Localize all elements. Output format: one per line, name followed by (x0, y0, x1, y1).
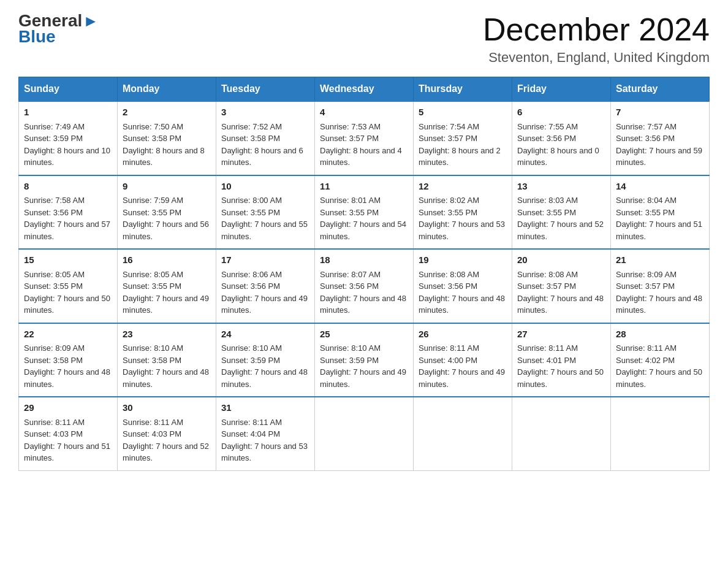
calendar-cell: 3Sunrise: 7:52 AMSunset: 3:58 PMDaylight… (216, 101, 315, 175)
day-info: Sunrise: 7:54 AMSunset: 3:57 PMDaylight:… (419, 122, 501, 167)
calendar-cell: 13Sunrise: 8:03 AMSunset: 3:55 PMDayligh… (512, 175, 611, 250)
weekday-header-tuesday: Tuesday (216, 77, 315, 102)
day-number: 12 (419, 180, 507, 194)
calendar-cell: 22Sunrise: 8:09 AMSunset: 3:58 PMDayligh… (19, 323, 118, 397)
day-number: 2 (123, 105, 211, 120)
weekday-header-thursday: Thursday (414, 77, 512, 102)
day-info: Sunrise: 7:55 AMSunset: 3:56 PMDaylight:… (517, 122, 599, 167)
day-number: 6 (517, 105, 605, 120)
day-number: 17 (221, 253, 309, 267)
day-info: Sunrise: 7:58 AMSunset: 3:56 PMDaylight:… (24, 196, 110, 241)
day-number: 10 (221, 180, 309, 194)
weekday-header-monday: Monday (118, 77, 216, 102)
day-info: Sunrise: 8:08 AMSunset: 3:56 PMDaylight:… (419, 270, 505, 315)
day-number: 14 (616, 180, 704, 194)
day-number: 29 (24, 401, 112, 415)
calendar-table: SundayMondayTuesdayWednesdayThursdayFrid… (18, 77, 710, 471)
day-number: 31 (221, 401, 309, 415)
day-number: 16 (123, 253, 211, 267)
calendar-cell: 4Sunrise: 7:53 AMSunset: 3:57 PMDaylight… (315, 101, 414, 175)
day-number: 9 (123, 180, 211, 194)
calendar-cell: 6Sunrise: 7:55 AMSunset: 3:56 PMDaylight… (512, 101, 611, 175)
day-number: 15 (24, 253, 112, 267)
location-subtitle: Steventon, England, United Kingdom (483, 50, 710, 66)
day-number: 1 (24, 105, 112, 120)
calendar-cell: 25Sunrise: 8:10 AMSunset: 3:59 PMDayligh… (315, 323, 414, 397)
calendar-cell: 31Sunrise: 8:11 AMSunset: 4:04 PMDayligh… (216, 397, 315, 470)
day-number: 19 (419, 253, 507, 267)
day-info: Sunrise: 8:04 AMSunset: 3:55 PMDaylight:… (616, 196, 702, 241)
calendar-week-row: 15Sunrise: 8:05 AMSunset: 3:55 PMDayligh… (19, 249, 710, 323)
calendar-week-row: 22Sunrise: 8:09 AMSunset: 3:58 PMDayligh… (19, 323, 710, 397)
day-info: Sunrise: 8:06 AMSunset: 3:56 PMDaylight:… (221, 270, 308, 315)
day-info: Sunrise: 8:11 AMSunset: 4:04 PMDaylight:… (221, 418, 308, 463)
calendar-cell: 18Sunrise: 8:07 AMSunset: 3:56 PMDayligh… (315, 249, 414, 323)
weekday-header-wednesday: Wednesday (315, 77, 414, 102)
calendar-cell: 11Sunrise: 8:01 AMSunset: 3:55 PMDayligh… (315, 175, 414, 250)
calendar-cell (315, 397, 414, 470)
calendar-cell: 7Sunrise: 7:57 AMSunset: 3:56 PMDaylight… (611, 101, 710, 175)
day-info: Sunrise: 8:11 AMSunset: 4:03 PMDaylight:… (24, 418, 110, 463)
calendar-cell: 14Sunrise: 8:04 AMSunset: 3:55 PMDayligh… (611, 175, 710, 250)
logo-blue-text: Blue (18, 27, 56, 46)
calendar-cell (414, 397, 512, 470)
weekday-header-friday: Friday (512, 77, 611, 102)
calendar-cell: 28Sunrise: 8:11 AMSunset: 4:02 PMDayligh… (611, 323, 710, 397)
day-info: Sunrise: 8:11 AMSunset: 4:03 PMDaylight:… (123, 418, 209, 463)
logo: General ► Blue (18, 12, 99, 47)
calendar-cell: 17Sunrise: 8:06 AMSunset: 3:56 PMDayligh… (216, 249, 315, 323)
day-number: 3 (221, 105, 309, 120)
month-year-title: December 2024 (483, 12, 710, 47)
day-info: Sunrise: 8:03 AMSunset: 3:55 PMDaylight:… (517, 196, 604, 241)
day-info: Sunrise: 8:08 AMSunset: 3:57 PMDaylight:… (517, 270, 604, 315)
calendar-cell: 10Sunrise: 8:00 AMSunset: 3:55 PMDayligh… (216, 175, 315, 250)
day-info: Sunrise: 8:10 AMSunset: 3:59 PMDaylight:… (320, 343, 406, 389)
calendar-cell: 29Sunrise: 8:11 AMSunset: 4:03 PMDayligh… (19, 397, 118, 470)
day-number: 23 (123, 327, 211, 342)
calendar-cell: 20Sunrise: 8:08 AMSunset: 3:57 PMDayligh… (512, 249, 611, 323)
calendar-cell (611, 397, 710, 470)
day-info: Sunrise: 8:10 AMSunset: 3:58 PMDaylight:… (123, 343, 209, 389)
day-info: Sunrise: 7:49 AMSunset: 3:59 PMDaylight:… (24, 122, 110, 167)
calendar-cell: 30Sunrise: 8:11 AMSunset: 4:03 PMDayligh… (118, 397, 216, 470)
day-number: 30 (123, 401, 211, 415)
day-info: Sunrise: 7:57 AMSunset: 3:56 PMDaylight:… (616, 122, 702, 167)
day-number: 8 (24, 180, 112, 194)
day-info: Sunrise: 8:07 AMSunset: 3:56 PMDaylight:… (320, 270, 406, 315)
calendar-cell: 8Sunrise: 7:58 AMSunset: 3:56 PMDaylight… (19, 175, 118, 250)
day-number: 22 (24, 327, 112, 342)
calendar-week-row: 8Sunrise: 7:58 AMSunset: 3:56 PMDaylight… (19, 175, 710, 250)
page-header: General ► Blue December 2024 Steventon, … (18, 12, 710, 66)
calendar-cell: 21Sunrise: 8:09 AMSunset: 3:57 PMDayligh… (611, 249, 710, 323)
calendar-cell (512, 397, 611, 470)
calendar-cell: 12Sunrise: 8:02 AMSunset: 3:55 PMDayligh… (414, 175, 512, 250)
calendar-cell: 19Sunrise: 8:08 AMSunset: 3:56 PMDayligh… (414, 249, 512, 323)
day-info: Sunrise: 8:11 AMSunset: 4:00 PMDaylight:… (419, 343, 505, 389)
day-number: 25 (320, 327, 408, 342)
calendar-week-row: 29Sunrise: 8:11 AMSunset: 4:03 PMDayligh… (19, 397, 710, 470)
day-info: Sunrise: 7:52 AMSunset: 3:58 PMDaylight:… (221, 122, 303, 167)
day-number: 5 (419, 105, 507, 120)
day-number: 26 (419, 327, 507, 342)
day-number: 7 (616, 105, 704, 120)
day-number: 21 (616, 253, 704, 267)
weekday-header-sunday: Sunday (19, 77, 118, 102)
day-info: Sunrise: 8:10 AMSunset: 3:59 PMDaylight:… (221, 343, 308, 389)
day-info: Sunrise: 8:05 AMSunset: 3:55 PMDaylight:… (24, 270, 110, 315)
calendar-cell: 26Sunrise: 8:11 AMSunset: 4:00 PMDayligh… (414, 323, 512, 397)
calendar-cell: 9Sunrise: 7:59 AMSunset: 3:55 PMDaylight… (118, 175, 216, 250)
day-info: Sunrise: 8:09 AMSunset: 3:57 PMDaylight:… (616, 270, 702, 315)
calendar-cell: 16Sunrise: 8:05 AMSunset: 3:55 PMDayligh… (118, 249, 216, 323)
day-info: Sunrise: 7:59 AMSunset: 3:55 PMDaylight:… (123, 196, 209, 241)
calendar-cell: 15Sunrise: 8:05 AMSunset: 3:55 PMDayligh… (19, 249, 118, 323)
calendar-cell: 2Sunrise: 7:50 AMSunset: 3:58 PMDaylight… (118, 101, 216, 175)
day-number: 11 (320, 180, 408, 194)
logo-arrow-icon: ► (83, 13, 99, 29)
day-number: 20 (517, 253, 605, 267)
title-area: December 2024 Steventon, England, United… (483, 12, 710, 66)
day-info: Sunrise: 8:00 AMSunset: 3:55 PMDaylight:… (221, 196, 308, 241)
day-info: Sunrise: 8:02 AMSunset: 3:55 PMDaylight:… (419, 196, 505, 241)
day-number: 4 (320, 105, 408, 120)
day-number: 13 (517, 180, 605, 194)
calendar-week-row: 1Sunrise: 7:49 AMSunset: 3:59 PMDaylight… (19, 101, 710, 175)
